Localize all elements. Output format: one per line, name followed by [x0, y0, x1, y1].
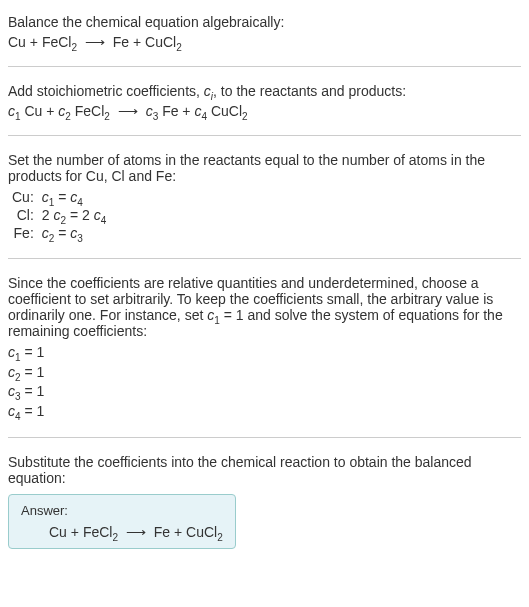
- divider-3: [8, 258, 521, 259]
- table-row: Cl: 2 c2 = 2 c4: [8, 206, 110, 224]
- rhs-s: 3: [77, 233, 83, 244]
- coef-row: c4 = 1: [8, 402, 521, 422]
- section-atoms: Set the number of atoms in the reactants…: [8, 146, 521, 248]
- ans-cu: Cu: [49, 524, 67, 540]
- divider-1: [8, 66, 521, 67]
- section-stoich: Add stoichiometric coefficients, ci, to …: [8, 77, 521, 125]
- eq-sign: =: [54, 189, 70, 205]
- coef-c: c: [8, 364, 15, 380]
- table-row: Cu: c1 = c4: [8, 188, 110, 206]
- coef-c: c: [8, 344, 15, 360]
- eq-cu: Cu: [8, 34, 26, 50]
- balance-heading-text: Balance the chemical equation algebraica…: [8, 14, 521, 30]
- eq-sign: =: [54, 225, 70, 241]
- section-answer: Substitute the coefficients into the che…: [8, 448, 521, 555]
- section-balance-heading: Balance the chemical equation algebraica…: [8, 8, 521, 56]
- eq-plus1: +: [26, 34, 42, 50]
- ans-fe: Fe: [154, 524, 170, 540]
- coef-v: = 1: [21, 364, 45, 380]
- eq-fecl: FeCl: [42, 34, 72, 50]
- lhs-pre: 2: [42, 207, 54, 223]
- row-eq: 2 c2 = 2 c4: [38, 206, 110, 224]
- eq-fecl-sub: 2: [71, 42, 77, 53]
- row-eq: c2 = c3: [38, 224, 110, 242]
- coef-c: c: [8, 383, 15, 399]
- stoich-heading: Add stoichiometric coefficients, ci, to …: [8, 83, 521, 99]
- divider-2: [8, 135, 521, 136]
- lhs-c: c: [42, 225, 49, 241]
- answer-box: Answer: Cu + FeCl2 ⟶ Fe + CuCl2: [8, 494, 236, 549]
- eq-cucl-sub: 2: [176, 42, 182, 53]
- lhs-c: c: [42, 189, 49, 205]
- coef-v: = 1: [21, 383, 45, 399]
- stoich-equation: c1 Cu + c2 FeCl2 ⟶ c3 Fe + c4 CuCl2: [8, 103, 521, 119]
- row-eq: c1 = c4: [38, 188, 110, 206]
- s-cu: Cu: [24, 103, 42, 119]
- eq-plus2: +: [129, 34, 145, 50]
- ans-cucl-sub: 2: [217, 532, 223, 543]
- s-fecl: FeCl: [75, 103, 105, 119]
- answer-label: Answer:: [21, 503, 223, 518]
- table-row: Fe: c2 = c3: [8, 224, 110, 242]
- s-cucl-sub: 2: [242, 111, 248, 122]
- eq-arrow: ⟶: [81, 34, 109, 50]
- eq-sign: = 2: [66, 207, 94, 223]
- c1-s: 1: [15, 111, 21, 122]
- atoms-table: Cu: c1 = c4 Cl: 2 c2 = 2 c4 Fe: c2 = c3: [8, 188, 110, 242]
- eq-fe: Fe: [113, 34, 129, 50]
- s-fecl-sub: 2: [104, 111, 110, 122]
- ans-fecl: FeCl: [83, 524, 113, 540]
- coef-list: c1 = 1 c2 = 1 c3 = 1 c4 = 1: [8, 343, 521, 421]
- coef-v: = 1: [21, 403, 45, 419]
- rhs-c: c: [94, 207, 101, 223]
- row-elem: Cl:: [8, 206, 38, 224]
- ans-plus1: +: [67, 524, 83, 540]
- row-elem: Cu:: [8, 188, 38, 206]
- stoich-heading-b: , to the reactants and products:: [213, 83, 406, 99]
- atoms-heading: Set the number of atoms in the reactants…: [8, 152, 521, 184]
- divider-4: [8, 437, 521, 438]
- section-solve: Since the coefficients are relative quan…: [8, 269, 521, 427]
- stoich-heading-a: Add stoichiometric coefficients,: [8, 83, 204, 99]
- s-plus2: +: [178, 103, 194, 119]
- coef-row: c3 = 1: [8, 382, 521, 402]
- solve-heading: Since the coefficients are relative quan…: [8, 275, 521, 339]
- stoich-ci-c: c: [204, 83, 211, 99]
- eq-cucl: CuCl: [145, 34, 176, 50]
- balanced-equation: Cu + FeCl2 ⟶ Fe + CuCl2: [21, 524, 223, 540]
- coef-row: c2 = 1: [8, 363, 521, 383]
- answer-heading: Substitute the coefficients into the che…: [8, 454, 521, 486]
- ans-arrow: ⟶: [122, 524, 150, 540]
- ans-plus2: +: [170, 524, 186, 540]
- ans-fecl-sub: 2: [112, 532, 118, 543]
- ans-cucl: CuCl: [186, 524, 217, 540]
- coef-v: = 1: [21, 344, 45, 360]
- s-fe: Fe: [162, 103, 178, 119]
- c3-c: c: [146, 103, 153, 119]
- c1-c: c: [8, 103, 15, 119]
- s-arrow: ⟶: [114, 103, 142, 119]
- unbalanced-equation: Cu + FeCl2 ⟶ Fe + CuCl2: [8, 34, 521, 50]
- coef-row: c1 = 1: [8, 343, 521, 363]
- s-cucl: CuCl: [211, 103, 242, 119]
- row-elem: Fe:: [8, 224, 38, 242]
- coef-c: c: [8, 403, 15, 419]
- rhs-s: 4: [101, 215, 107, 226]
- s-plus1: +: [42, 103, 58, 119]
